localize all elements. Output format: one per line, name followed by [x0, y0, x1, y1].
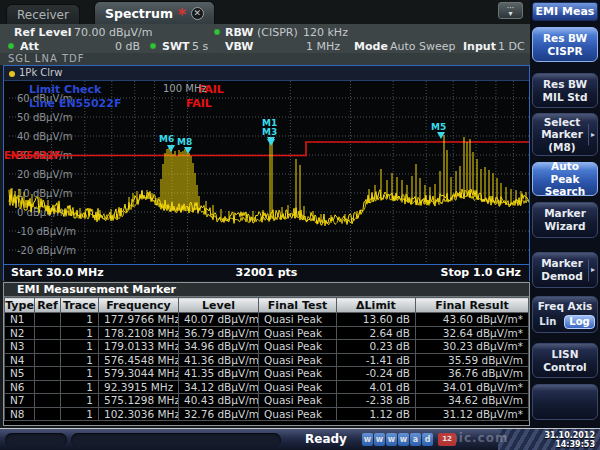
table-row[interactable]: N31179.0133 MHz34.96 dBμV/mQuasi Peak0.2… [5, 340, 529, 354]
cell-trace: 1 [61, 326, 99, 340]
col-header--limit[interactable]: ΔLimit [337, 298, 416, 313]
softkey-lisn-control[interactable]: LISN Control [532, 343, 598, 378]
cell-type: N1 [5, 313, 35, 327]
y-axis-label: -20 dBμV/m [17, 245, 76, 256]
softkey-menu-title: EMI Meas [532, 2, 598, 21]
table-row[interactable]: N81102.3036 MHz32.76 dBμV/mQuasi Peak1.1… [5, 407, 529, 421]
cell-delta_limit: -0.24 dB [337, 367, 416, 381]
col-header-type[interactable]: Type [5, 298, 35, 313]
cell-trace: 1 [61, 313, 99, 327]
col-header-frequency[interactable]: Frequency [99, 298, 179, 313]
freq-axis-lin-toggle[interactable]: Lin [535, 316, 560, 328]
table-title: EMI Measurement Marker [4, 283, 529, 297]
cell-level: 41.36 dBμV/m [179, 353, 259, 367]
table-row[interactable]: N11177.9766 MHz40.07 dBμV/mQuasi Peak13.… [5, 313, 529, 327]
sweep-mode-indicators: SGL LNA TDF [8, 53, 84, 64]
att-value: 0 dB [115, 40, 140, 53]
cell-final_test: Quasi Peak [259, 340, 337, 354]
ref-level-label[interactable]: Ref Level [14, 26, 71, 39]
col-header-level[interactable]: Level [179, 298, 259, 313]
cell-final_test: Quasi Peak [259, 313, 337, 327]
att-led-icon [8, 43, 14, 49]
col-header-final-result[interactable]: Final Result [416, 298, 529, 313]
col-header-ref[interactable]: Ref [35, 298, 61, 313]
cell-ref [35, 407, 61, 421]
table-row[interactable]: N41576.4548 MHz41.36 dBμV/mQuasi Peak-1.… [5, 353, 529, 367]
table-row[interactable]: N6192.3915 MHz34.12 dBμV/mQuasi Peak4.01… [5, 380, 529, 394]
softkey-freq-axis[interactable]: Freq Axis Lin Log [532, 296, 598, 333]
limit-check-label: Limit Check [29, 83, 101, 96]
softkey-sidebar: EMI Meas Res BW CISPR Res BW MIL Std Sel… [530, 0, 600, 428]
tab-receiver[interactable]: Receiver [6, 4, 80, 24]
cell-final_test: Quasi Peak [259, 326, 337, 340]
softkey-res-bw-mil-std[interactable]: Res BW MIL Std [532, 73, 598, 108]
cell-frequency: 579.3044 MHz [99, 367, 179, 381]
cell-final_result: 34.01 dBμV/m* [416, 380, 529, 394]
cell-final_test: Quasi Peak [259, 380, 337, 394]
rbw-label[interactable]: RBW [225, 26, 253, 39]
table-row[interactable]: N71575.1298 MHz40.43 dBμV/mQuasi Peak-2.… [5, 394, 529, 408]
softkey-select-marker[interactable]: Select Marker (M8) ▸ [532, 113, 598, 156]
input-label[interactable]: Input [463, 40, 496, 53]
cell-level: 34.12 dBμV/m [179, 380, 259, 394]
softkey-empty[interactable] [532, 384, 598, 420]
tab-receiver-label: Receiver [17, 8, 69, 22]
date-time: 31.10.2012 14:39:53 [544, 431, 595, 449]
ref-level-value: 70.00 dBμV/m [74, 26, 152, 39]
att-label[interactable]: Att [20, 40, 39, 53]
trace1-mode-label: 1Pk Clrw [19, 67, 62, 78]
watermark-tile: a [410, 433, 421, 446]
cell-frequency: 102.3036 MHz [99, 407, 179, 421]
marker-M3-label: M3 [262, 127, 277, 137]
cell-trace: 1 [61, 353, 99, 367]
table-row[interactable]: N21178.2108 MHz36.79 dBμV/mQuasi Peak2.6… [5, 326, 529, 340]
cell-frequency: 92.3915 MHz [99, 380, 179, 394]
cell-level: 40.43 dBμV/m [179, 394, 259, 408]
toolbar-slot-1 [5, 433, 67, 447]
submenu-arrow-icon: ▸ [588, 124, 596, 146]
spectrum-plot: 60 dBμV/m50 dBμV/m40 dBμV/m30 dBμV/m20 d… [4, 81, 529, 264]
cell-level: 41.35 dBμV/m [179, 367, 259, 381]
cell-ref [35, 394, 61, 408]
marker-M6-label: M6 [159, 134, 174, 144]
swt-label[interactable]: SWT [162, 40, 190, 53]
freq-axis-log-toggle[interactable]: Log [564, 315, 594, 329]
watermark-tile: w [386, 433, 397, 446]
trace-info-bar[interactable]: 1Pk Clrw [4, 66, 529, 81]
rbw-note: (CISPR) [257, 26, 298, 39]
softkey-label: Res BW MIL Std [536, 78, 594, 103]
tab-bar: Receiver Spectrum * ✕ ··· ▾ [0, 0, 530, 24]
status-bar: Ready onic.com wwwwad12 31.10.2012 14:39… [0, 428, 600, 450]
window-menu-icon[interactable]: ··· ▾ [498, 2, 523, 19]
softkey-label: Res BW CISPR [536, 32, 594, 57]
cell-final_test: Quasi Peak [259, 407, 337, 421]
cell-delta_limit: 0.23 dB [337, 340, 416, 354]
menu-caret: ▾ [508, 11, 512, 16]
tab-spectrum-label: Spectrum [105, 6, 173, 21]
cell-ref [35, 380, 61, 394]
cell-final_test: Quasi Peak [259, 367, 337, 381]
cell-trace: 1 [61, 394, 99, 408]
input-value: 1 DC [498, 40, 525, 53]
table-row[interactable]: N51579.3044 MHz41.35 dBμV/mQuasi Peak-0.… [5, 367, 529, 381]
watermark-tile: w [374, 433, 385, 446]
cell-final_test: Quasi Peak [259, 353, 337, 367]
softkey-marker-demod[interactable]: Marker Demod ▸ [532, 252, 598, 288]
rbw-led-icon [214, 29, 220, 35]
watermark-tile: w [362, 433, 373, 446]
cell-frequency: 179.0133 MHz [99, 340, 179, 354]
cell-delta_limit: 1.12 dB [337, 407, 416, 421]
tab-spectrum[interactable]: Spectrum * ✕ [94, 1, 215, 24]
marker-M8-label: M8 [177, 137, 192, 147]
softkey-auto-peak-search[interactable]: Auto Peak Search [532, 162, 598, 196]
analyzer-screen: Receiver Spectrum * ✕ ··· ▾ Ref Level 70… [0, 0, 600, 450]
trace1-color-dot-icon [9, 71, 15, 77]
softkey-res-bw-cispr[interactable]: Res BW CISPR [532, 27, 598, 62]
vbw-label[interactable]: VBW [225, 40, 253, 53]
close-tab-icon[interactable]: ✕ [191, 7, 204, 20]
y-axis-label: 10 dBμV/m [17, 188, 72, 199]
softkey-marker-wizard[interactable]: Marker Wizard [532, 202, 598, 238]
mode-label[interactable]: Mode [354, 40, 388, 53]
col-header-trace[interactable]: Trace [61, 298, 99, 313]
col-header-final-test[interactable]: Final Test [259, 298, 337, 313]
